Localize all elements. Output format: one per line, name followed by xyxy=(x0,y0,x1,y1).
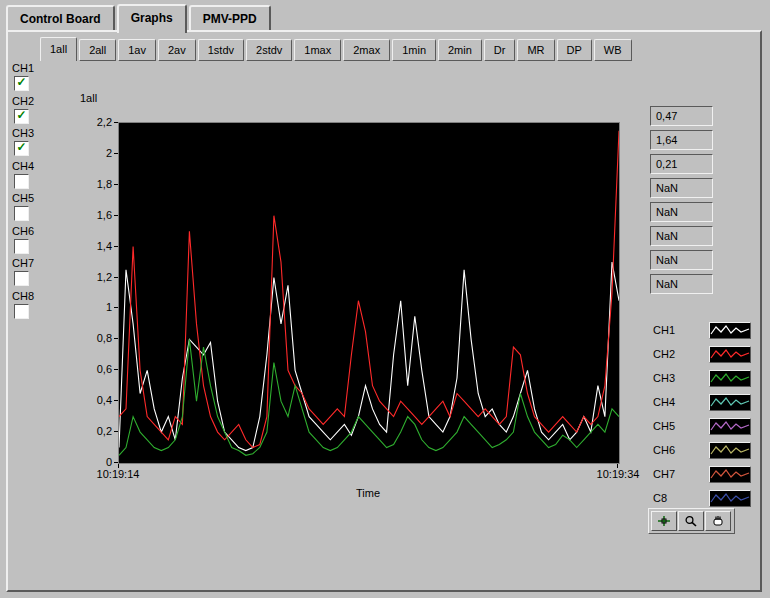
legend-swatch-ch5[interactable] xyxy=(709,418,751,435)
main-tab-bar: Control Board Graphs PMV-PPD xyxy=(6,4,273,30)
legend-swatch-ch6[interactable] xyxy=(709,442,751,459)
legend-swatch-ch4[interactable] xyxy=(709,394,751,411)
x-axis-end-label: 10:19:34 xyxy=(597,468,640,480)
channel-label: CH4 xyxy=(12,160,52,172)
app-window: Control Board Graphs PMV-PPD 1all 2all 1… xyxy=(0,0,770,598)
y-tick-label: 1,8 xyxy=(70,178,112,190)
legend-item-ch7: CH7 xyxy=(653,466,751,482)
subtab-2all[interactable]: 2all xyxy=(79,39,116,61)
hand-icon xyxy=(711,515,725,527)
channel-ch1: CH1 ✓ xyxy=(12,62,52,91)
legend-swatch-ch8[interactable] xyxy=(709,490,751,507)
plot-canvas xyxy=(119,123,619,463)
y-tick-label: 0 xyxy=(70,456,112,468)
pan-tool-button[interactable] xyxy=(705,511,731,531)
ch2-checkbox[interactable]: ✓ xyxy=(14,109,29,124)
legend-swatch-ch7[interactable] xyxy=(709,466,751,483)
legend-label: CH1 xyxy=(653,324,709,336)
subtab-dp[interactable]: DP xyxy=(557,39,592,61)
legend-label: CH2 xyxy=(653,348,709,360)
legend-label: CH4 xyxy=(653,396,709,408)
channel-label: CH5 xyxy=(12,192,52,204)
x-axis-title: Time xyxy=(356,487,380,499)
subtab-1all[interactable]: 1all xyxy=(40,37,77,61)
indicator-1: 0,47 xyxy=(650,106,713,126)
magnifier-icon xyxy=(684,515,698,527)
legend-swatch-ch2[interactable] xyxy=(709,346,751,363)
channel-ch7: CH7 xyxy=(12,257,52,286)
legend-item-ch3: CH3 xyxy=(653,370,751,386)
ch4-checkbox[interactable] xyxy=(14,174,29,189)
y-tick-label: 0,2 xyxy=(70,425,112,437)
ch3-checkbox[interactable]: ✓ xyxy=(14,141,29,156)
legend-swatch-ch1[interactable] xyxy=(709,322,751,339)
graph-sub-tab-bar: 1all 2all 1av 2av 1stdv 2stdv 1max 2max … xyxy=(40,39,634,61)
waveform-plot-area[interactable] xyxy=(118,122,620,464)
legend-label: CH7 xyxy=(653,468,709,480)
ch5-checkbox[interactable] xyxy=(14,206,29,221)
subtab-1max[interactable]: 1max xyxy=(294,39,341,61)
indicator-8: NaN xyxy=(650,274,713,294)
channel-label: CH3 xyxy=(12,127,52,139)
channel-ch4: CH4 xyxy=(12,160,52,189)
subtab-wb[interactable]: WB xyxy=(594,39,632,61)
subtab-1min[interactable]: 1min xyxy=(392,39,436,61)
subtab-2av[interactable]: 2av xyxy=(158,39,196,61)
channel-label: CH1 xyxy=(12,62,52,74)
tab-control-board[interactable]: Control Board xyxy=(6,5,115,30)
legend-item-ch2: CH2 xyxy=(653,346,751,362)
legend-label: C8 xyxy=(653,492,709,504)
ch7-checkbox[interactable] xyxy=(14,271,29,286)
y-tick-label: 1 xyxy=(70,301,112,313)
x-tick-mark xyxy=(118,464,119,468)
tab-graphs[interactable]: Graphs xyxy=(117,4,187,33)
y-tick-label: 2,2 xyxy=(70,116,112,128)
indicator-2: 1,64 xyxy=(650,130,713,150)
crosshair-icon xyxy=(657,515,671,527)
legend-item-ch6: CH6 xyxy=(653,442,751,458)
subtab-mr[interactable]: MR xyxy=(517,39,554,61)
cursor-tool-button[interactable] xyxy=(651,511,677,531)
channel-label: CH6 xyxy=(12,225,52,237)
legend-label: CH6 xyxy=(653,444,709,456)
graph-palette xyxy=(648,508,735,534)
channel-label: CH7 xyxy=(12,257,52,269)
zoom-tool-button[interactable] xyxy=(678,511,704,531)
legend-label: CH5 xyxy=(653,420,709,432)
y-tick-label: 0,4 xyxy=(70,394,112,406)
channel-label: CH8 xyxy=(12,290,52,302)
indicator-5: NaN xyxy=(650,202,713,222)
y-tick-label: 1,2 xyxy=(70,271,112,283)
graph-title: 1all xyxy=(80,92,97,104)
x-tick-mark xyxy=(617,464,618,468)
subtab-1av[interactable]: 1av xyxy=(118,39,156,61)
y-tick-label: 1,6 xyxy=(70,209,112,221)
subtab-2max[interactable]: 2max xyxy=(343,39,390,61)
ch6-checkbox[interactable] xyxy=(14,239,29,254)
ch8-checkbox[interactable] xyxy=(14,304,29,319)
subtab-1stdv[interactable]: 1stdv xyxy=(198,39,244,61)
indicator-7: NaN xyxy=(650,250,713,270)
legend-item-ch4: CH4 xyxy=(653,394,751,410)
channel-ch8: CH8 xyxy=(12,290,52,319)
y-tick-label: 1,4 xyxy=(70,240,112,252)
tab-pmv-ppd[interactable]: PMV-PPD xyxy=(189,5,271,30)
legend-swatch-ch3[interactable] xyxy=(709,370,751,387)
indicator-6: NaN xyxy=(650,226,713,246)
subtab-2stdv[interactable]: 2stdv xyxy=(246,39,292,61)
y-tick-label: 0,6 xyxy=(70,363,112,375)
legend-item-ch8: C8 xyxy=(653,490,751,506)
channel-ch6: CH6 xyxy=(12,225,52,254)
subtab-2min[interactable]: 2min xyxy=(438,39,482,61)
channel-label: CH2 xyxy=(12,95,52,107)
channel-ch3: CH3 ✓ xyxy=(12,127,52,156)
legend-label: CH3 xyxy=(653,372,709,384)
subtab-dr[interactable]: Dr xyxy=(484,39,516,61)
channel-ch5: CH5 xyxy=(12,192,52,221)
indicator-4: NaN xyxy=(650,178,713,198)
indicator-3: 0,21 xyxy=(650,154,713,174)
x-axis-start-label: 10:19:14 xyxy=(97,468,140,480)
y-tick-label: 0,8 xyxy=(70,332,112,344)
y-tick-label: 2 xyxy=(70,147,112,159)
ch1-checkbox[interactable]: ✓ xyxy=(14,76,29,91)
